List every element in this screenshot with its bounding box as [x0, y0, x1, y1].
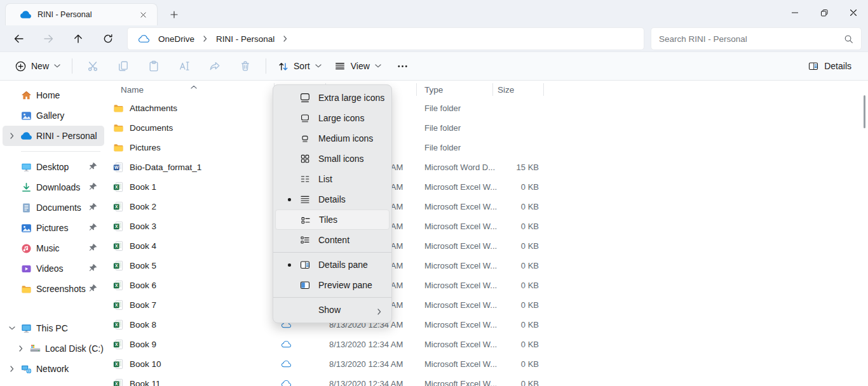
- size-cell: 15 KB: [492, 163, 543, 172]
- view-button[interactable]: View: [328, 55, 388, 77]
- copy-button[interactable]: [111, 55, 136, 77]
- table-row[interactable]: WBio-Data_format_18/13/2020 12:34 AMMicr…: [108, 157, 868, 177]
- paste-button[interactable]: [141, 55, 166, 77]
- column-header-name[interactable]: Name: [121, 85, 144, 95]
- svg-text:X: X: [115, 283, 118, 288]
- sidebar-item-desktop[interactable]: Desktop: [3, 157, 104, 177]
- table-row[interactable]: XBook 78/13/2020 12:34 AMMicrosoft Excel…: [108, 295, 868, 315]
- chevron-down-icon[interactable]: [6, 326, 18, 330]
- excel-icon: X: [113, 201, 124, 212]
- pin-icon: [88, 182, 98, 192]
- new-button[interactable]: New: [9, 55, 67, 77]
- status-cell: [274, 340, 325, 349]
- sidebar-item-videos[interactable]: Videos: [3, 258, 104, 279]
- chevron-right-icon[interactable]: [6, 366, 18, 372]
- refresh-button[interactable]: [97, 28, 119, 50]
- minimize-button[interactable]: [780, 0, 810, 25]
- network-icon: [21, 364, 32, 375]
- rename-button[interactable]: [172, 55, 197, 77]
- menu-item-details-pane[interactable]: Details pane: [275, 255, 390, 275]
- chevron-right-icon[interactable]: [6, 133, 18, 139]
- tab-close-icon[interactable]: [135, 7, 151, 22]
- table-row[interactable]: XBook 118/13/2020 12:34 AMMicrosoft Exce…: [108, 374, 868, 386]
- column-separator[interactable]: [416, 83, 417, 96]
- more-options-button[interactable]: [390, 55, 416, 77]
- sidebar-item-documents[interactable]: Documents: [3, 197, 104, 218]
- sidebar-item-gallery[interactable]: Gallery: [3, 105, 104, 126]
- column-separator[interactable]: [543, 83, 544, 96]
- sidebar-item-screenshots[interactable]: Screenshots: [3, 279, 104, 299]
- table-row[interactable]: XBook 18/13/2020 12:34 AMMicrosoft Excel…: [108, 177, 868, 197]
- folder-icon: [21, 284, 32, 295]
- table-row[interactable]: XBook 58/13/2020 12:34 AMMicrosoft Excel…: [108, 256, 868, 276]
- type-cell: File folder: [416, 123, 492, 133]
- column-separator[interactable]: [492, 83, 493, 96]
- extra-large-icons-icon: [299, 92, 311, 103]
- table-row[interactable]: DocumentsFile folder: [108, 118, 868, 138]
- up-button[interactable]: [67, 28, 90, 50]
- column-header-size[interactable]: Size: [498, 85, 514, 95]
- table-row[interactable]: XBook 48/13/2020 12:34 AMMicrosoft Excel…: [108, 236, 868, 256]
- share-button[interactable]: [202, 55, 227, 77]
- menu-item-medium-icons[interactable]: Medium icons: [275, 128, 390, 149]
- restore-button[interactable]: [810, 0, 839, 25]
- menu-item-tiles[interactable]: Tiles: [275, 210, 390, 230]
- sidebar-item-home[interactable]: Home: [3, 85, 104, 105]
- table-row[interactable]: XBook 88/13/2020 12:34 AMMicrosoft Excel…: [108, 315, 868, 335]
- file-name: Book 2: [130, 202, 156, 211]
- sidebar-divider: [21, 151, 100, 152]
- menu-item-large-icons[interactable]: Large icons: [275, 108, 390, 128]
- sort-button[interactable]: Sort: [271, 55, 328, 77]
- sidebar-item-this-pc[interactable]: This PC: [3, 318, 104, 338]
- type-cell: Microsoft Excel W...: [416, 182, 492, 192]
- sidebar-item-rini-personal[interactable]: RINI - Personal: [3, 126, 104, 146]
- close-button[interactable]: [839, 0, 868, 25]
- menu-item-show[interactable]: Show: [275, 300, 390, 320]
- column-header-type[interactable]: Type: [424, 85, 443, 95]
- pin-icon: [88, 284, 98, 293]
- pin-icon: [88, 203, 98, 212]
- pin-icon: [88, 263, 98, 273]
- file-name-cell: XBook 10: [108, 359, 274, 369]
- menu-item-preview-pane[interactable]: Preview pane: [275, 275, 390, 295]
- table-row[interactable]: XBook 28/13/2020 12:34 AMMicrosoft Excel…: [108, 197, 868, 216]
- table-row[interactable]: AttachmentsFile folder: [108, 98, 868, 118]
- chevron-right-icon[interactable]: [15, 345, 27, 352]
- menu-item-content[interactable]: Content: [275, 230, 390, 250]
- search-box[interactable]: [651, 27, 862, 50]
- breadcrumb-onedrive[interactable]: OneDrive: [154, 32, 198, 46]
- gallery-icon: [21, 110, 32, 121]
- medium-icons-icon: [299, 133, 311, 144]
- table-row[interactable]: XBook 98/13/2020 12:34 AMMicrosoft Excel…: [108, 335, 868, 354]
- table-row[interactable]: XBook 38/13/2020 12:34 AMMicrosoft Excel…: [108, 216, 868, 236]
- file-name: Bio-Data_format_1: [130, 163, 201, 172]
- back-button[interactable]: [7, 28, 30, 50]
- breadcrumb[interactable]: OneDrive RINI - Personal: [127, 27, 644, 50]
- table-row[interactable]: XBook 108/13/2020 12:34 AMMicrosoft Exce…: [108, 354, 868, 374]
- breadcrumb-current[interactable]: RINI - Personal: [212, 32, 278, 46]
- sidebar-item-network[interactable]: Network: [3, 359, 104, 379]
- new-tab-button[interactable]: [165, 6, 183, 23]
- table-row[interactable]: XBook 68/13/2020 12:34 AMMicrosoft Excel…: [108, 276, 868, 295]
- new-label: New: [31, 61, 49, 71]
- forward-button[interactable]: [37, 28, 60, 50]
- menu-item-list[interactable]: List: [275, 169, 390, 189]
- chevron-right-icon: [377, 307, 381, 317]
- cut-button[interactable]: [80, 55, 105, 77]
- sidebar-item-pictures[interactable]: Pictures: [3, 218, 104, 238]
- sidebar-item-music[interactable]: Music: [3, 238, 104, 258]
- menu-item-details[interactable]: Details: [275, 189, 390, 210]
- search-input[interactable]: [659, 34, 844, 44]
- details-pane-button[interactable]: Details: [801, 55, 858, 77]
- excel-icon: X: [113, 378, 124, 386]
- sidebar-item-downloads[interactable]: Downloads: [3, 177, 104, 197]
- sidebar-item-local-disk-c-[interactable]: Local Disk (C:): [3, 338, 104, 359]
- small-icons-icon: [299, 153, 311, 164]
- menu-item-extra-large-icons[interactable]: Extra large icons: [275, 88, 390, 108]
- table-row[interactable]: PicturesFile folder: [108, 138, 868, 157]
- delete-button[interactable]: [233, 55, 258, 77]
- menu-item-small-icons[interactable]: Small icons: [275, 149, 390, 169]
- vertical-scrollbar[interactable]: [864, 95, 865, 128]
- file-name-cell: XBook 11: [108, 378, 274, 386]
- explorer-tab[interactable]: RINI - Personal: [5, 3, 158, 25]
